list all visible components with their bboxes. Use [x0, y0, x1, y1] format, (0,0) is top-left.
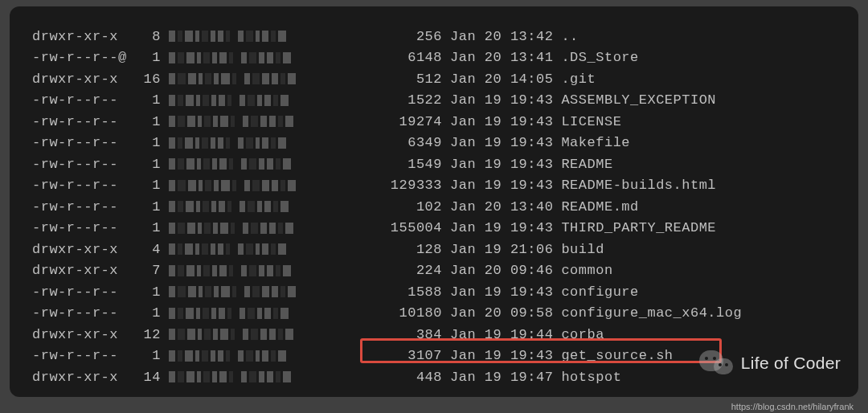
file-size: 448: [370, 370, 442, 385]
censored-owner-group: [161, 223, 370, 234]
table-row: drwxr-xr-x12384Jan 19 19:44corba: [32, 324, 836, 346]
permissions: -rw-r--r--: [32, 220, 129, 235]
file-date: Jan 20 13:42: [442, 29, 553, 44]
censored-owner-group: [161, 329, 370, 340]
link-count: 16: [129, 72, 161, 87]
watermark: Life of Coder: [699, 347, 841, 379]
permissions: drwxr-xr-x: [32, 370, 129, 385]
file-name: get_source.sh: [553, 348, 673, 363]
link-count: 1: [129, 135, 161, 150]
file-size: 6349: [370, 135, 442, 150]
table-row: -rw-r--r--@16148Jan 20 13:41.DS_Store: [32, 47, 836, 69]
file-name: common: [553, 263, 612, 278]
table-row: -rw-r--r--119274Jan 19 19:43LICENSE: [32, 111, 836, 133]
table-row: -rw-r--r--1102Jan 20 13:40README.md: [32, 196, 836, 218]
file-name: README.md: [553, 199, 638, 215]
file-size: 6148: [370, 50, 442, 65]
link-count: 1: [129, 114, 161, 129]
link-count: 1: [129, 220, 161, 235]
file-size: 384: [370, 327, 442, 342]
censored-owner-group: [161, 265, 370, 276]
permissions: -rw-r--r--: [32, 305, 129, 321]
table-row: drwxr-xr-x7224Jan 20 09:46common: [32, 260, 836, 282]
permissions: -rw-r--r--: [32, 92, 129, 108]
file-date: Jan 19 19:43: [442, 348, 553, 363]
link-count: 1: [129, 284, 161, 300]
permissions: -rw-r--r--: [32, 348, 129, 363]
permissions: -rw-r--r--: [32, 135, 129, 150]
table-row: -rw-r--r--16349Jan 19 19:43Makefile: [32, 133, 836, 154]
censored-owner-group: [161, 116, 370, 127]
link-count: 1: [129, 199, 161, 215]
censored-owner-group: [161, 137, 370, 149]
permissions: drwxr-xr-x: [32, 242, 129, 257]
file-date: Jan 19 19:43: [442, 114, 553, 129]
file-date: Jan 19 21:06: [442, 242, 553, 257]
file-date: Jan 19 19:44: [442, 327, 553, 342]
permissions: -rw-r--r--@: [32, 50, 129, 65]
terminal-window: drwxr-xr-x8256Jan 20 13:42..-rw-r--r--@1…: [10, 6, 858, 397]
censored-owner-group: [161, 201, 370, 212]
file-date: Jan 20 09:46: [442, 263, 553, 278]
source-url: https://blog.csdn.net/hilaryfrank: [731, 402, 854, 411]
file-size: 256: [370, 29, 442, 44]
file-date: Jan 19 19:47: [442, 370, 553, 385]
censored-owner-group: [161, 73, 370, 84]
wechat-icon: [699, 347, 735, 379]
censored-owner-group: [161, 52, 370, 63]
directory-listing: drwxr-xr-x8256Jan 20 13:42..-rw-r--r--@1…: [32, 26, 836, 388]
file-name: ASSEMBLY_EXCEPTION: [553, 92, 716, 108]
file-size: 10180: [370, 305, 442, 321]
file-size: 155004: [370, 220, 442, 235]
file-size: 512: [370, 72, 442, 87]
file-date: Jan 19 19:43: [442, 178, 553, 193]
table-row: drwxr-xr-x8256Jan 20 13:42..: [32, 26, 836, 47]
file-name: .git: [553, 72, 596, 87]
link-count: 7: [129, 263, 161, 278]
censored-owner-group: [161, 243, 370, 255]
table-row: -rw-r--r--110180Jan 20 09:58configure_ma…: [32, 303, 836, 325]
file-name: README: [553, 157, 612, 172]
permissions: drwxr-xr-x: [32, 327, 129, 342]
file-size: 224: [370, 263, 442, 278]
censored-owner-group: [161, 180, 370, 191]
watermark-text: Life of Coder: [741, 354, 841, 373]
censored-owner-group: [161, 31, 370, 42]
link-count: 1: [129, 50, 161, 65]
permissions: drwxr-xr-x: [32, 72, 129, 87]
file-name: configure: [553, 284, 638, 300]
file-size: 19274: [370, 114, 442, 129]
table-row: -rw-r--r--11588Jan 19 19:43configure: [32, 281, 836, 303]
file-date: Jan 19 19:43: [442, 157, 553, 172]
permissions: -rw-r--r--: [32, 178, 129, 193]
file-name: configure_mac_x64.log: [553, 305, 742, 321]
file-date: Jan 19 19:43: [442, 92, 553, 108]
file-size: 3107: [370, 348, 442, 363]
permissions: drwxr-xr-x: [32, 29, 129, 44]
censored-owner-group: [161, 350, 370, 362]
file-name: THIRD_PARTY_README: [553, 220, 716, 235]
censored-owner-group: [161, 158, 370, 170]
file-name: ..: [553, 29, 578, 44]
file-name: corba: [553, 327, 604, 342]
table-row: -rw-r--r--11549Jan 19 19:43README: [32, 153, 836, 175]
permissions: -rw-r--r--: [32, 284, 129, 300]
table-row: -rw-r--r--1129333Jan 19 19:43README-buil…: [32, 175, 836, 197]
table-row: -rw-r--r--1155004Jan 19 19:43THIRD_PARTY…: [32, 218, 836, 239]
file-size: 1588: [370, 284, 442, 300]
file-date: Jan 20 13:40: [442, 199, 553, 215]
censored-owner-group: [161, 308, 370, 319]
table-row: drwxr-xr-x16512Jan 20 14:05.git: [32, 68, 836, 90]
file-size: 128: [370, 242, 442, 257]
file-name: .DS_Store: [553, 50, 638, 65]
file-name: hotspot: [553, 370, 621, 385]
link-count: 14: [129, 370, 161, 385]
censored-owner-group: [161, 371, 370, 382]
file-date: Jan 19 19:43: [442, 220, 553, 235]
file-size: 1549: [370, 157, 442, 172]
file-date: Jan 19 19:43: [442, 135, 553, 150]
censored-owner-group: [161, 95, 370, 106]
file-size: 102: [370, 199, 442, 215]
file-size: 1522: [370, 92, 442, 108]
file-date: Jan 20 14:05: [442, 72, 553, 87]
